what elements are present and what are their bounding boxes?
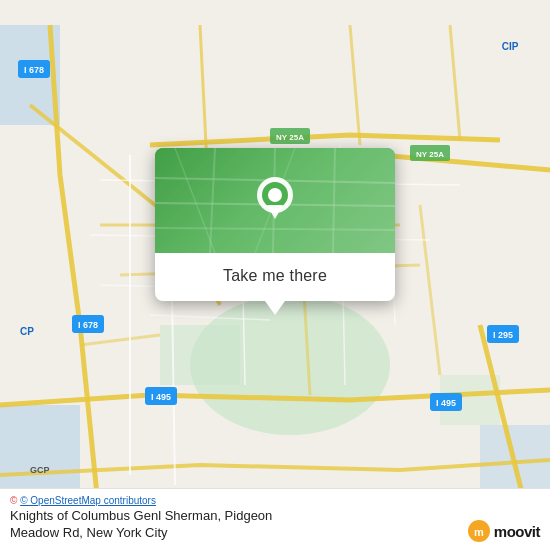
location-line1: Knights of Columbus Genl Sherman, Pidgeo… [10, 508, 272, 523]
svg-text:I 495: I 495 [436, 398, 456, 408]
svg-text:GCP: GCP [30, 465, 50, 475]
svg-text:NY 25A: NY 25A [416, 150, 444, 159]
popup-map-preview [155, 148, 395, 253]
svg-line-37 [333, 148, 335, 253]
svg-text:CP: CP [20, 326, 34, 337]
svg-text:I 678: I 678 [78, 320, 98, 330]
svg-text:I 678: I 678 [24, 65, 44, 75]
moovit-logo: m moovit [468, 520, 540, 542]
location-name: Knights of Columbus Genl Sherman, Pidgeo… [10, 508, 540, 542]
popup-pointer [265, 301, 285, 315]
take-me-there-button[interactable]: Take me there [215, 263, 335, 289]
location-popup: Take me there [155, 148, 395, 301]
bottom-bar: © © OpenStreetMap contributors Knights o… [0, 488, 550, 550]
svg-line-34 [155, 228, 395, 230]
svg-text:I 295: I 295 [493, 330, 513, 340]
svg-text:I 495: I 495 [151, 392, 171, 402]
svg-text:m: m [474, 526, 484, 538]
map-container: I 678 CIP NY 25A NY 25A I 678 I 495 I 49… [0, 0, 550, 550]
svg-point-42 [268, 188, 282, 202]
osm-credit: © © OpenStreetMap contributors [10, 495, 540, 506]
svg-line-35 [210, 148, 215, 253]
svg-line-38 [175, 148, 215, 253]
moovit-brand: moovit [494, 523, 540, 540]
osm-icon: © [10, 495, 17, 506]
svg-text:NY 25A: NY 25A [276, 133, 304, 142]
map-pin-icon [255, 177, 295, 225]
osm-credit-text[interactable]: © OpenStreetMap contributors [20, 495, 156, 506]
location-line2: Meadow Rd, New York City [10, 525, 168, 540]
popup-button-area[interactable]: Take me there [155, 253, 395, 301]
svg-text:CIP: CIP [502, 41, 519, 52]
moovit-icon: m [468, 520, 490, 542]
